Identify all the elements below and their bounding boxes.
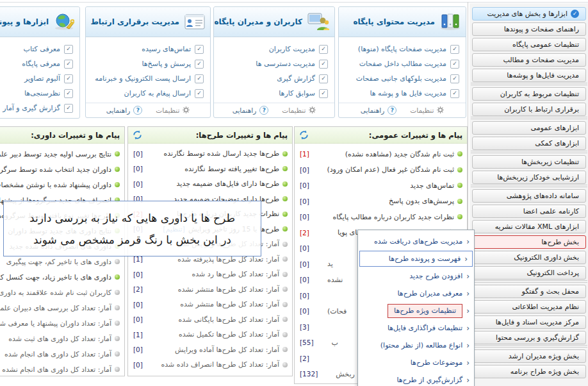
checkbox-icon[interactable] [450, 89, 459, 98]
module-row[interactable]: تماس‌های رسیده [90, 42, 204, 56]
bullet-icon [282, 226, 288, 231]
menu-item[interactable]: ‹ موضوعات طرح‌ها [358, 354, 474, 371]
sidebar-item[interactable]: بخش ویژه طراح برنامه [472, 365, 586, 378]
bullet-icon [115, 182, 120, 187]
checkbox-icon[interactable] [319, 89, 328, 98]
sidebar-item-label: کارنامه علمی اعضا [523, 205, 579, 217]
checkbox-icon[interactable] [450, 74, 459, 83]
sidebar-item[interactable]: پرداخت الکترونیک [472, 266, 586, 280]
status-label: تماس‌های جدید [410, 181, 454, 190]
module-label: گزارش گیری [277, 74, 315, 83]
menu-item[interactable]: ‹ مدیریت طرح‌های دریافت شده [358, 233, 474, 250]
sidebar-item[interactable]: مرکز مدیریت اسناد و فایل‌ها [472, 315, 586, 329]
module-row[interactable]: معرفی کتاب [0, 42, 73, 56]
menu-item-label: معرفی مدیران طرح‌ها [397, 289, 462, 298]
module-label: نظرسنجی‌ها [24, 89, 60, 97]
module-row[interactable]: ارسال پیغام به کاربران [90, 86, 204, 101]
module-row[interactable]: نظرسنجی‌ها [0, 86, 73, 101]
menu-item[interactable]: ‹ گزارش‌گیري از طرح‌ها [358, 371, 474, 386]
module-row[interactable]: مدیریت صفحات پایگاه (منوها) [343, 42, 459, 56]
menu-item-label: انواع مطالعه (از نظر محتوا) [380, 341, 462, 349]
sidebar-item[interactable]: ابزارهای کمکی [472, 137, 586, 150]
submenu-arrow-icon: ‹ [466, 272, 470, 281]
module-label: گزارش گیری و آمار [3, 104, 60, 112]
help-button[interactable]: راهنمایی [106, 106, 131, 114]
module-row[interactable]: سوابق کارها [218, 86, 328, 101]
checkbox-icon[interactable] [195, 60, 204, 69]
settings-button[interactable]: تنظیمات [282, 106, 306, 114]
sidebar-item[interactable]: گزارش‌گیري و بررسی محتوا [472, 331, 586, 344]
checkbox-icon[interactable] [64, 74, 73, 83]
status-row: آمار: تعداد داوران پیشنهاد یا معرفی شده [0, 315, 120, 331]
checkbox-icon[interactable] [450, 45, 459, 54]
menu-item[interactable]: ‹ افزودن طرح جدید [358, 267, 474, 285]
module-label: مدیریت بلوکهای جانبی صفحات [356, 74, 446, 83]
status-label: ربخش [336, 370, 355, 378]
module-label: ارسال پست الکترونیک و خبرنامه [95, 74, 191, 83]
checkbox-icon[interactable] [319, 45, 328, 54]
sidebar-item[interactable]: نظام مدیریت اطلاعاتی [472, 300, 586, 314]
bullet-icon [115, 151, 120, 156]
sidebar-item[interactable]: سامانه داده‌های پژوهشی [472, 189, 586, 203]
refresh-icon[interactable] [299, 130, 309, 140]
sidebar-item[interactable]: ابزارهای عمومی [472, 121, 586, 135]
menu-item[interactable]: ‹ انواع مطالعه (از نظر محتوا) [358, 337, 474, 354]
sidebar-item[interactable]: ارزشیابی خودکار زیربخش‌ها [472, 171, 586, 184]
bullet-icon [457, 167, 462, 172]
status-count: [0] [300, 260, 309, 268]
checkbox-icon[interactable] [195, 89, 204, 98]
module-row[interactable]: مدیریت دسترسی ها [218, 56, 328, 71]
checkbox-icon[interactable] [64, 89, 73, 98]
sidebar-item[interactable]: راهنمای صفحات و پیوندها [472, 22, 586, 36]
checkbox-icon[interactable] [319, 74, 328, 83]
module-row[interactable]: مدیریت فایل ها و پوشه ها [343, 86, 459, 101]
module-row[interactable]: معرفی پایگاه [0, 56, 73, 71]
checkbox-icon[interactable] [319, 60, 328, 69]
menu-item[interactable]: ‹ تنظیمات فراگذاری فایل‌ها [358, 319, 474, 337]
module-row[interactable]: آلبوم تصاویر [0, 71, 73, 86]
sidebar-item-label: نظام مدیریت اطلاعاتی [512, 301, 579, 313]
sidebar-item[interactable]: تنظیمات عمومی پایگاه [472, 38, 586, 51]
menu-item[interactable]: ‹ معرفی مدیران طرح‌ها [358, 285, 474, 302]
sidebar-item[interactable]: بخش طرح‌ها [472, 235, 586, 249]
sidebar-item[interactable]: کارنامه علمی اعضا [472, 205, 586, 218]
settings-button[interactable]: تنظیمات [410, 106, 434, 114]
checkbox-icon[interactable] [64, 104, 73, 113]
status-count: [0] [133, 346, 143, 353]
settings-button[interactable]: تنظیمات [156, 106, 179, 114]
refresh-icon[interactable] [133, 130, 142, 140]
module-row[interactable]: مدیریت مطالب داخل صفحات [343, 56, 459, 71]
sidebar-item[interactable]: تنظیمات مربوط به کاربران [472, 87, 586, 101]
sidebar-item[interactable]: ابزارهای XML مقالات نشریه [472, 220, 586, 233]
module-row[interactable]: مدیریت کاربران [218, 42, 328, 56]
sidebar-item[interactable]: بخش ویژه مدیران ارشد [472, 349, 586, 363]
sidebar-item[interactable]: برقراری ارتباط با کاربران [472, 103, 586, 116]
menu-item[interactable]: ‹ تنظیمات ویژه طرح‌ها [358, 302, 474, 319]
checkbox-icon[interactable] [195, 45, 204, 54]
sidebar-item[interactable]: محفل بحث و گفتگو [472, 285, 586, 298]
sidebar-item[interactable]: تنظیمات زیربخش‌ها [472, 155, 586, 169]
submenu-arrow-icon: ‹ [466, 289, 470, 298]
status-row: ثبت نام شدگان جدید (مشاهده نشده) [1] [300, 146, 462, 162]
module-row[interactable]: ارسال پست الکترونیک و خبرنامه [90, 71, 204, 86]
checkbox-icon[interactable] [195, 74, 204, 83]
help-button[interactable]: راهنمایی [233, 106, 257, 114]
bullet-icon [282, 242, 288, 247]
sidebar-item[interactable]: مدیریت صفحات و مطالب [472, 53, 586, 67]
sidebar-item-label: تنظیمات مربوط به کاربران [500, 88, 579, 100]
checkbox-icon[interactable] [450, 60, 459, 69]
checkbox-icon[interactable] [64, 45, 73, 54]
sidebar-item[interactable]: مدیریت فایل‌ها و پوشه‌ها [472, 69, 586, 82]
module-row[interactable]: مدیریت بلوکهای جانبی صفحات [343, 71, 459, 86]
status-row: آمار: تعداد کل طرح‌ها رد شده [0] [133, 267, 288, 282]
sidebar-item[interactable]: ✓ ابزارها و بخش های مدیریت [472, 7, 586, 21]
help-button[interactable]: راهنمایی [361, 106, 385, 114]
status-count: [0] [300, 213, 309, 221]
checkbox-icon[interactable] [64, 60, 73, 69]
sidebar-item-label: مدیریت فایل‌ها و پوشه‌ها [507, 69, 579, 81]
sidebar-item[interactable]: بخش داوری الکترونیک [472, 251, 586, 264]
menu-item[interactable]: ‹ فهرست و پرونده طرح‌ها [359, 251, 473, 267]
module-row[interactable]: گزارش گیری و آمار [0, 101, 73, 115]
module-row[interactable]: گزارش گیری [218, 71, 328, 86]
module-row[interactable]: پرسش و پاسخ‌ها [90, 56, 204, 71]
